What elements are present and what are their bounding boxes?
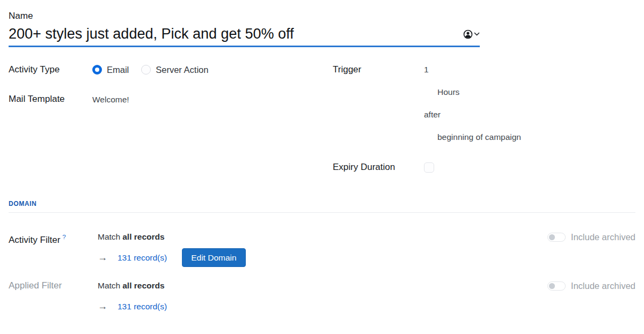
include-archived-label: Include archived <box>571 232 635 242</box>
activity-type-field: Activity Type Email Server Action <box>9 64 324 76</box>
name-input-row <box>9 26 480 47</box>
radio-email-label: Email <box>107 64 129 76</box>
applied-filter-label: Applied Filter <box>9 280 98 292</box>
radio-server-action-unselected[interactable] <box>141 65 151 75</box>
include-archived-toggle[interactable] <box>547 233 566 242</box>
activity-form: Name Activity Type Email <box>0 0 644 334</box>
help-icon[interactable]: ? <box>62 234 65 240</box>
activity-filter-label-text: Activity Filter <box>9 235 60 245</box>
applied-records-link[interactable]: 131 record(s) <box>118 302 167 311</box>
applied-filter-records: → 131 record(s) <box>98 297 547 316</box>
applied-filter-row: Applied Filter Matchall records → 131 re… <box>9 280 635 316</box>
radio-option-server-action[interactable]: Server Action <box>141 64 208 76</box>
match-value: all records <box>122 281 164 290</box>
radio-option-email[interactable]: Email <box>92 64 129 76</box>
activity-type-radios: Email Server Action <box>92 64 208 76</box>
activity-filter-match: Matchall records <box>98 231 547 243</box>
include-archived-label: Include archived <box>571 281 635 291</box>
activity-include-archived: Include archived <box>547 232 635 242</box>
trigger-connector[interactable]: after <box>424 109 521 121</box>
match-prefix: Match <box>98 281 120 290</box>
trigger-interval-number[interactable]: 1 <box>424 64 521 76</box>
applied-filter-content: Matchall records → 131 record(s) <box>98 280 547 316</box>
toggle-knob <box>549 234 555 240</box>
trigger-event[interactable]: beginning of campaign <box>437 131 521 143</box>
match-prefix: Match <box>98 232 120 241</box>
activity-filter-row: Activity Filter? Matchall records → 131 … <box>9 231 635 267</box>
activity-filter-label: Activity Filter? <box>9 231 98 246</box>
domain-section-title: DOMAIN <box>9 200 635 207</box>
user-circle-icon <box>463 29 473 39</box>
applied-filter-match: Matchall records <box>98 280 547 292</box>
name-field-label: Name <box>9 11 635 21</box>
mail-template-field: Mail Template Welcome! <box>9 93 324 106</box>
mail-template-value[interactable]: Welcome! <box>92 93 129 106</box>
trigger-field: Trigger 1 Hours after beginning of campa… <box>333 64 635 154</box>
arrow-right-icon: → <box>98 301 107 312</box>
arrow-right-icon: → <box>98 252 107 263</box>
expiry-duration-field: Expiry Duration <box>333 161 635 173</box>
radio-email-selected[interactable] <box>92 65 102 75</box>
mail-template-label: Mail Template <box>9 93 92 105</box>
form-column-right: Trigger 1 Hours after beginning of campa… <box>324 64 635 173</box>
trigger-label: Trigger <box>333 64 424 76</box>
dynamic-placeholder-button[interactable] <box>463 29 480 39</box>
activity-records-link[interactable]: 131 record(s) <box>118 253 167 263</box>
applied-include-archived: Include archived <box>547 281 635 291</box>
include-archived-toggle[interactable] <box>547 281 566 291</box>
form-grid: Activity Type Email Server Action Mail T… <box>9 64 635 173</box>
section-divider <box>9 212 635 213</box>
match-value: all records <box>122 232 164 241</box>
trigger-interval-unit[interactable]: Hours <box>437 86 521 98</box>
chevron-down-icon <box>474 32 480 36</box>
radio-server-action-label: Server Action <box>156 64 208 76</box>
activity-filter-records: → 131 record(s) Edit Domain <box>98 248 547 267</box>
toggle-knob <box>549 283 555 289</box>
form-column-left: Activity Type Email Server Action Mail T… <box>9 64 324 173</box>
trigger-values: 1 Hours after beginning of campaign <box>424 64 521 154</box>
name-input[interactable] <box>9 26 457 42</box>
activity-type-label: Activity Type <box>9 64 92 76</box>
expiry-duration-label: Expiry Duration <box>333 161 424 173</box>
activity-filter-content: Matchall records → 131 record(s) Edit Do… <box>98 231 547 267</box>
edit-domain-button[interactable]: Edit Domain <box>182 248 245 267</box>
expiry-duration-checkbox[interactable] <box>424 162 434 173</box>
